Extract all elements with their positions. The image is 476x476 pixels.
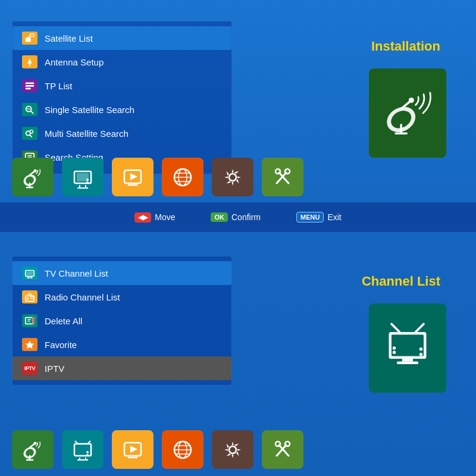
svg-marker-3 <box>27 58 32 64</box>
svg-rect-5 <box>26 83 34 84</box>
svg-rect-6 <box>26 85 34 87</box>
satellite-list-label: Satellite List <box>45 33 93 43</box>
svg-point-49 <box>275 169 280 174</box>
menu-item-radio-channel[interactable]: Radio Channel List <box>12 285 231 309</box>
top-icon-play[interactable] <box>112 158 154 196</box>
menu-item-iptv[interactable]: IPTV IPTV <box>12 356 231 380</box>
svg-point-76 <box>419 353 422 356</box>
favorite-label: Favorite <box>45 340 77 350</box>
svg-line-26 <box>30 171 35 175</box>
svg-line-70 <box>416 324 424 333</box>
svg-point-75 <box>419 347 422 350</box>
top-icon-satellite[interactable] <box>12 158 54 196</box>
delete-all-icon <box>22 314 37 327</box>
channel-menu: TV Channel List Radio Channel List <box>12 256 232 386</box>
svg-point-89 <box>86 451 89 453</box>
svg-marker-92 <box>130 446 137 453</box>
installation-icon-box <box>369 68 446 158</box>
menu-item-delete-all[interactable]: Delete All <box>12 309 231 333</box>
svg-marker-66 <box>26 341 34 349</box>
svg-rect-54 <box>27 271 33 275</box>
svg-rect-7 <box>26 88 31 90</box>
multi-search-label: Multi Satellite Search <box>45 129 129 139</box>
svg-point-73 <box>393 351 396 354</box>
menu-item-antenna-setup[interactable]: Antenna Setup <box>12 50 231 74</box>
channel-list-icon-box <box>369 303 446 393</box>
svg-point-27 <box>34 169 37 172</box>
navigation-bar: ◀▶ Move OK Confirm MENU Exit <box>0 202 476 232</box>
svg-point-36 <box>86 181 89 184</box>
nav-confirm: OK Confirm <box>211 212 261 222</box>
svg-point-101 <box>285 441 290 446</box>
iptv-label: IPTV <box>45 364 64 374</box>
svg-line-9 <box>31 111 34 114</box>
bottom-icon-play[interactable] <box>112 430 154 469</box>
top-section: Satellite List Antenna Setup <box>0 0 476 232</box>
installation-title: Installation <box>371 39 440 54</box>
svg-line-12 <box>30 135 32 137</box>
multi-search-icon <box>22 127 37 140</box>
delete-all-label: Delete All <box>45 316 82 326</box>
radio-channel-label: Radio Channel List <box>45 292 120 302</box>
menu-item-multi-search[interactable]: Multi Satellite Search <box>12 121 231 145</box>
top-icon-settings[interactable] <box>212 158 253 196</box>
menu-item-satellite-list[interactable]: Satellite List <box>12 26 231 50</box>
svg-point-74 <box>393 346 396 349</box>
svg-point-80 <box>34 441 37 444</box>
move-badge: ◀▶ <box>134 212 151 223</box>
svg-point-35 <box>86 178 89 181</box>
svg-rect-61 <box>26 318 33 324</box>
nav-move: ◀▶ Move <box>134 212 175 223</box>
svg-point-103 <box>275 441 280 446</box>
bottom-icon-settings[interactable] <box>212 430 253 469</box>
top-icon-tools[interactable] <box>262 158 303 196</box>
ok-badge: OK <box>211 212 228 222</box>
svg-point-58 <box>27 298 29 300</box>
confirm-label: Confirm <box>231 212 261 222</box>
top-icon-globe[interactable] <box>162 158 203 196</box>
svg-rect-83 <box>74 444 91 456</box>
move-label: Move <box>155 212 175 222</box>
svg-rect-71 <box>402 359 413 362</box>
svg-rect-72 <box>397 362 418 365</box>
svg-line-69 <box>392 324 400 333</box>
svg-rect-68 <box>392 335 424 356</box>
svg-point-47 <box>285 169 290 174</box>
svg-rect-4 <box>29 64 30 67</box>
svg-point-90 <box>86 454 89 456</box>
menu-item-tp-list[interactable]: TP List <box>12 74 231 98</box>
top-icons-row <box>12 158 303 196</box>
svg-point-21 <box>409 98 414 103</box>
svg-point-45 <box>229 174 236 181</box>
tv-icon <box>381 321 434 375</box>
svg-line-79 <box>30 444 35 447</box>
tv-channel-icon <box>22 267 37 280</box>
installation-menu: Satellite List Antenna Setup <box>12 21 232 174</box>
satellite-dish-icon <box>381 86 434 140</box>
satellite-list-icon <box>22 32 37 45</box>
bottom-icon-satellite[interactable] <box>12 430 54 469</box>
menu-badge: MENU <box>296 212 324 223</box>
bottom-icon-globe[interactable] <box>162 430 203 469</box>
single-search-icon <box>22 103 37 116</box>
menu-item-single-search[interactable]: Single Satellite Search <box>12 98 231 121</box>
antenna-setup-icon <box>22 55 37 68</box>
tv-channel-label: TV Channel List <box>45 268 108 278</box>
nav-exit: MENU Exit <box>296 212 342 223</box>
menu-item-favorite[interactable]: Favorite <box>12 333 231 356</box>
bottom-section: TV Channel List Radio Channel List <box>0 232 476 476</box>
bottom-icon-tv[interactable] <box>62 430 104 469</box>
menu-item-tv-channel[interactable]: TV Channel List <box>12 261 231 285</box>
single-search-label: Single Satellite Search <box>45 105 134 115</box>
radio-channel-icon <box>22 290 37 303</box>
tp-list-label: TP List <box>45 81 72 91</box>
favorite-icon <box>22 338 37 351</box>
svg-rect-0 <box>26 37 31 42</box>
channel-list-title: Channel List <box>362 274 440 289</box>
tp-list-icon <box>22 79 37 92</box>
bottom-icon-tools[interactable] <box>262 430 303 469</box>
bottom-icons-row <box>12 430 303 469</box>
antenna-setup-label: Antenna Setup <box>45 57 104 67</box>
svg-point-99 <box>229 446 236 453</box>
top-icon-tv[interactable] <box>62 158 104 196</box>
